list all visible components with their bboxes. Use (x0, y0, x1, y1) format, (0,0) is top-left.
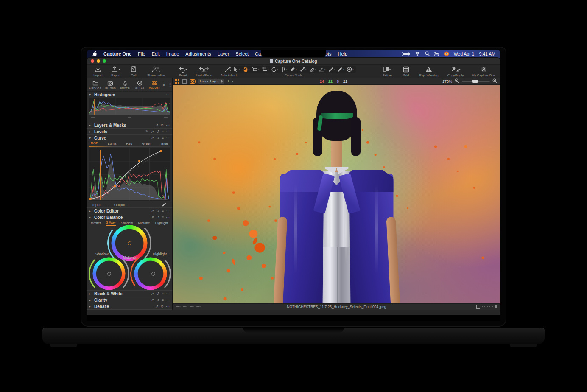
multi-view-icon[interactable] (175, 79, 179, 84)
curve-graph[interactable] (89, 148, 170, 201)
highlight-indicator[interactable] (151, 272, 155, 276)
menu-app-name[interactable]: Capture One (103, 51, 131, 56)
more-icon[interactable]: ⋯ (166, 136, 170, 140)
tab-library[interactable]: LIBRARY (88, 81, 102, 89)
count-green[interactable]: 22 (328, 79, 333, 84)
panel-layers-masks[interactable]: ▸ Layers & Masks ↗ ↺ ⋯ (87, 122, 172, 128)
count-blue[interactable]: 8 (337, 79, 339, 84)
copy-adjustments-icon[interactable]: ↗ (151, 298, 154, 302)
heal-brush-tool[interactable]: ▾ (299, 67, 307, 72)
wifi-icon[interactable] (415, 52, 420, 56)
copy-adjustments-icon[interactable]: ↗ (155, 305, 159, 308)
count-red[interactable]: 24 (320, 79, 324, 84)
rotate-tool[interactable]: ▾ (271, 67, 278, 72)
reset-button[interactable]: Reset (175, 65, 191, 78)
menu-layer[interactable]: Layer (218, 51, 229, 56)
menu-file[interactable]: File (138, 51, 145, 56)
layer-selector[interactable]: Image Layer (198, 79, 224, 84)
panel-black-white[interactable]: ▸ Black & White ↗ ↺ ≡ ⋯ (87, 290, 172, 297)
import-button[interactable]: Import (90, 65, 106, 78)
copy-adjustments-icon[interactable]: ↗ (151, 292, 154, 296)
reset-icon[interactable]: ↺ (156, 136, 159, 140)
cb-tab-3way[interactable]: 3-Way (106, 221, 115, 226)
pan-tool[interactable]: ▾ (243, 67, 250, 72)
reset-icon[interactable]: ↺ (160, 305, 164, 308)
erase-mask-tool[interactable]: ▾ (309, 67, 316, 72)
presets-icon[interactable]: ≡ (162, 292, 164, 296)
before-after-button[interactable]: Before (379, 65, 395, 78)
panel-color-balance[interactable]: ▾ Color Balance ↗ ↺ ≡ ⋯ (87, 214, 172, 220)
control-center-icon[interactable] (434, 52, 439, 56)
tab-style[interactable]: STYLE (133, 81, 147, 89)
expand-tabs-icon[interactable]: » (162, 82, 165, 88)
apple-menu-icon[interactable] (92, 51, 97, 56)
my-capture-one-button[interactable]: My Capture One (470, 65, 497, 78)
spotlight-search-icon[interactable] (425, 51, 430, 56)
more-icon[interactable]: ⋯ (166, 123, 170, 127)
minimize-window-button[interactable] (97, 59, 100, 63)
thumbnail-small-icon[interactable] (495, 305, 497, 308)
copy-adjustments-icon[interactable]: ↗ (151, 130, 154, 134)
thumbnail-large-icon[interactable] (476, 305, 480, 309)
close-window-button[interactable] (91, 59, 94, 63)
proof-view-icon[interactable] (190, 79, 196, 84)
copy-adjustments-icon[interactable]: ↗ (155, 123, 159, 127)
magic-brush-tool[interactable]: ▾ (328, 67, 335, 72)
curve-tab-rgb[interactable]: RGB (91, 141, 98, 146)
midtone-indicator[interactable] (128, 241, 131, 245)
highlight-wheel[interactable] (134, 257, 167, 290)
zoom-window-button[interactable] (103, 59, 106, 63)
image-canvas[interactable] (173, 85, 500, 303)
tab-tether[interactable]: TETHER (103, 81, 117, 89)
curve-tab-green[interactable]: Green (142, 142, 151, 146)
reset-icon[interactable]: ↺ (156, 130, 159, 134)
more-icon[interactable]: ⋯ (166, 93, 170, 97)
share-online-button[interactable]: Share online (143, 65, 169, 78)
zoom-in-icon[interactable] (492, 78, 497, 84)
menu-date[interactable]: Wed Apr 1 (454, 51, 475, 56)
more-icon[interactable]: ⋯ (166, 298, 170, 302)
photo[interactable] (173, 85, 500, 303)
curve-tab-blue[interactable]: Blue (161, 142, 168, 146)
presets-icon[interactable]: ≡ (162, 136, 164, 140)
menu-help[interactable]: Help (338, 51, 347, 56)
reset-icon[interactable]: ↺ (156, 298, 159, 302)
presets-icon[interactable]: ≡ (162, 209, 164, 213)
curve-tab-red[interactable]: Red (126, 142, 132, 146)
panel-dehaze[interactable]: ▸ Dehaze ↗ ↺ ⋯ (87, 303, 172, 309)
menu-time[interactable]: 9:41 AM (479, 51, 495, 56)
grid-button[interactable]: Grid (398, 65, 414, 78)
tab-options-icon[interactable]: ⋮ (168, 82, 172, 87)
battery-icon[interactable] (402, 52, 410, 56)
curve-picker-icon[interactable] (162, 202, 166, 207)
count-total[interactable]: 21 (343, 79, 347, 84)
panel-color-editor[interactable]: ▸ Color Editor ↗ ↺ ≡ ⋯ (87, 207, 172, 214)
panel-vignetting[interactable]: ▸ Vignetting ↗ ↺ ≡ ⋯ (87, 309, 172, 310)
more-icon[interactable]: ⋯ (166, 216, 170, 219)
panel-levels[interactable]: ▸ Levels ✎ ↗ ↺ ≡ ⋯ (87, 128, 172, 134)
clone-stamp-tool[interactable]: ▾ (347, 67, 354, 72)
select-tool[interactable]: ▾ (233, 67, 240, 72)
presets-icon[interactable]: ≡ (162, 130, 164, 134)
menu-adjustments[interactable]: Adjustments (185, 51, 211, 56)
tab-adjust[interactable]: ADJUST (148, 81, 162, 89)
more-icon[interactable]: ⋯ (166, 305, 170, 308)
draw-mask-tool[interactable]: ▾ (319, 67, 326, 72)
single-view-icon[interactable] (182, 79, 187, 84)
add-layer-button[interactable]: + (227, 79, 229, 84)
copy-adjustments-icon[interactable]: ↗ (151, 216, 154, 219)
add-layer-chevron-icon[interactable]: ▾ (232, 80, 233, 83)
undo-redo-buttons[interactable]: Undo/Redo (193, 65, 215, 78)
copy-adjustments-icon[interactable]: ↗ (151, 136, 154, 140)
presets-icon[interactable]: ≡ (162, 216, 164, 219)
tab-shape[interactable]: SHAPE (118, 81, 132, 89)
cull-button[interactable]: Cull (126, 65, 142, 78)
more-icon[interactable]: ⋯ (166, 292, 170, 296)
exposure-warning-button[interactable]: Exp. Warning (416, 65, 441, 78)
menu-edit[interactable]: Edit (152, 51, 160, 56)
reset-icon[interactable]: ↺ (160, 123, 164, 127)
more-icon[interactable]: ⋯ (166, 130, 170, 134)
thumbnail-size-control[interactable] (476, 305, 497, 309)
curve-tab-luma[interactable]: Luma (108, 142, 116, 146)
reset-icon[interactable]: ↺ (156, 292, 159, 296)
